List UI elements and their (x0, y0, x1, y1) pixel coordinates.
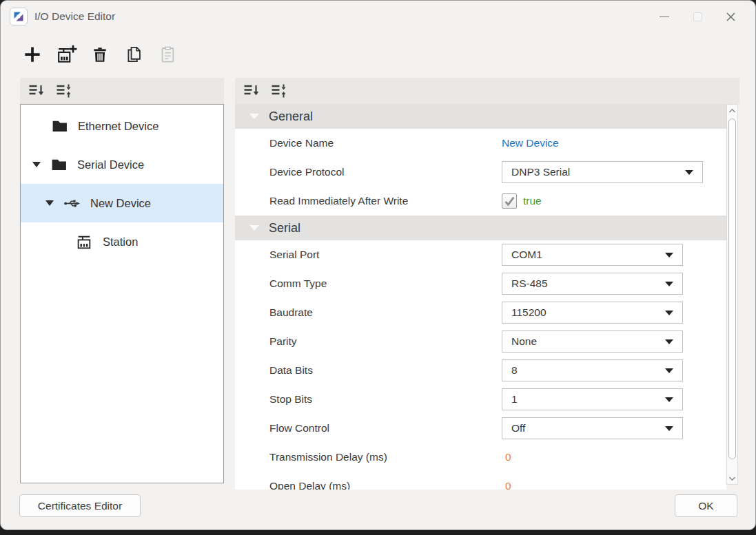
property-row-device-protocol: Device Protocol DNP3 Serial (235, 158, 726, 187)
usb-icon (63, 195, 81, 212)
dropdown-value: 8 (511, 364, 518, 377)
property-label: Baudrate (235, 306, 502, 319)
expand-caret-icon[interactable] (32, 160, 42, 169)
property-label: Open Delay (ms) (235, 480, 502, 490)
tree-item-label: Serial Device (77, 158, 144, 171)
scrollbar-thumb[interactable] (728, 118, 736, 459)
property-row-serial-port: Serial Port COM1 (235, 240, 726, 269)
property-label: Serial Port (235, 249, 502, 261)
sort-toggle-button[interactable] (54, 82, 73, 100)
add-device-button[interactable] (21, 43, 43, 66)
read-immediately-checkbox[interactable] (502, 193, 517, 209)
comm-type-dropdown[interactable]: RS-485 (502, 273, 683, 295)
tree-item-station[interactable]: Station (21, 222, 223, 261)
section-header-general[interactable]: General (235, 104, 726, 129)
property-row-open-delay: Open Delay (ms) 0 (235, 472, 726, 490)
dropdown-value: 115200 (511, 306, 546, 319)
maximize-button (681, 4, 714, 29)
device-name-value[interactable]: New Device (502, 137, 559, 149)
parity-dropdown[interactable]: None (502, 331, 683, 353)
trash-icon (91, 45, 109, 64)
property-grid: General Device Name New Device Device Pr… (235, 104, 726, 490)
tree-item-serial-device[interactable]: Serial Device (21, 145, 223, 184)
chevron-up-icon (728, 108, 736, 114)
dropdown-value: 1 (511, 393, 518, 406)
property-row-device-name: Device Name New Device (235, 129, 726, 158)
chevron-down-icon (665, 311, 673, 315)
chevron-down-icon (665, 426, 673, 431)
vertical-scrollbar[interactable] (726, 104, 738, 485)
property-row-baudrate: Baudrate 115200 (235, 298, 726, 327)
property-row-transmission-delay: Transmission Delay (ms) 0 (235, 443, 726, 472)
properties-panel-header (235, 78, 739, 104)
device-protocol-dropdown[interactable]: DNP3 Serial (502, 161, 703, 183)
sort-toggle-icon (270, 83, 287, 98)
minimize-icon (660, 17, 669, 17)
paste-icon (159, 45, 177, 64)
window-controls (648, 1, 747, 32)
tree-panel-header (20, 78, 224, 104)
sort-descending-icon (243, 83, 260, 98)
folder-icon (51, 118, 68, 135)
plus-icon (22, 44, 43, 65)
tree-item-new-device[interactable]: New Device (21, 184, 223, 222)
chevron-down-icon (685, 170, 693, 175)
paste-button (156, 43, 178, 66)
data-bits-dropdown[interactable]: 8 (502, 359, 683, 381)
sort-descending-icon (28, 83, 45, 98)
transmission-delay-value[interactable]: 0 (502, 451, 511, 463)
toolbar (21, 36, 178, 72)
expand-caret-icon[interactable] (45, 198, 55, 208)
dropdown-value: None (511, 335, 537, 348)
dropdown-value: RS-485 (511, 277, 548, 290)
chevron-down-icon (665, 339, 673, 344)
tree-item-ethernet-device[interactable]: Ethernet Device (21, 107, 223, 145)
property-row-flow-control: Flow Control Off (235, 414, 726, 443)
dropdown-value: Off (511, 422, 525, 434)
property-label: Stop Bits (235, 393, 502, 406)
title-bar: I/O Device Editor (1, 1, 755, 32)
scroll-up-button[interactable] (727, 105, 737, 116)
baudrate-dropdown[interactable]: 115200 (502, 302, 683, 324)
close-button[interactable] (714, 4, 747, 29)
station-icon (76, 233, 93, 251)
section-collapse-icon (249, 114, 259, 119)
device-tree-panel: Ethernet Device Serial Device (20, 78, 224, 483)
certificates-editor-button[interactable]: Certificates Editor (19, 494, 141, 517)
sort-descending-button[interactable] (241, 82, 260, 100)
dropdown-value: DNP3 Serial (511, 166, 570, 178)
section-collapse-icon (249, 225, 259, 231)
property-row-data-bits: Data Bits 8 (235, 356, 726, 385)
delete-button[interactable] (89, 43, 111, 66)
scroll-down-button[interactable] (727, 472, 737, 484)
serial-port-dropdown[interactable]: COM1 (502, 244, 683, 266)
minimize-button[interactable] (648, 4, 681, 29)
property-row-parity: Parity None (235, 327, 726, 356)
property-row-read-immediately: Read Immediately After Write true (235, 187, 726, 216)
ok-button[interactable]: OK (675, 494, 737, 517)
app-logo-icon (10, 8, 28, 25)
add-station-button[interactable] (55, 43, 77, 66)
copy-button[interactable] (123, 43, 145, 66)
sort-toggle-button[interactable] (269, 82, 288, 100)
copy-icon (125, 45, 143, 64)
sort-descending-button[interactable] (26, 82, 45, 100)
flow-control-dropdown[interactable]: Off (502, 417, 683, 439)
stop-bits-dropdown[interactable]: 1 (502, 388, 683, 410)
chevron-down-icon (665, 282, 673, 286)
property-row-stop-bits: Stop Bits 1 (235, 385, 726, 414)
section-header-serial[interactable]: Serial (235, 216, 726, 240)
open-delay-value[interactable]: 0 (502, 480, 511, 490)
properties-panel: General Device Name New Device Device Pr… (235, 78, 739, 490)
chevron-down-icon (665, 253, 673, 258)
property-label: Flow Control (235, 422, 502, 434)
tree-item-label: Station (103, 235, 138, 249)
property-label: Device Name (235, 137, 502, 149)
section-title: General (269, 109, 313, 124)
property-label: Data Bits (235, 364, 502, 377)
property-label: Comm Type (235, 277, 502, 290)
tree-item-label: Ethernet Device (78, 120, 159, 133)
station-plus-icon (56, 44, 77, 65)
property-label: Parity (235, 335, 502, 348)
folder-icon (50, 156, 68, 174)
